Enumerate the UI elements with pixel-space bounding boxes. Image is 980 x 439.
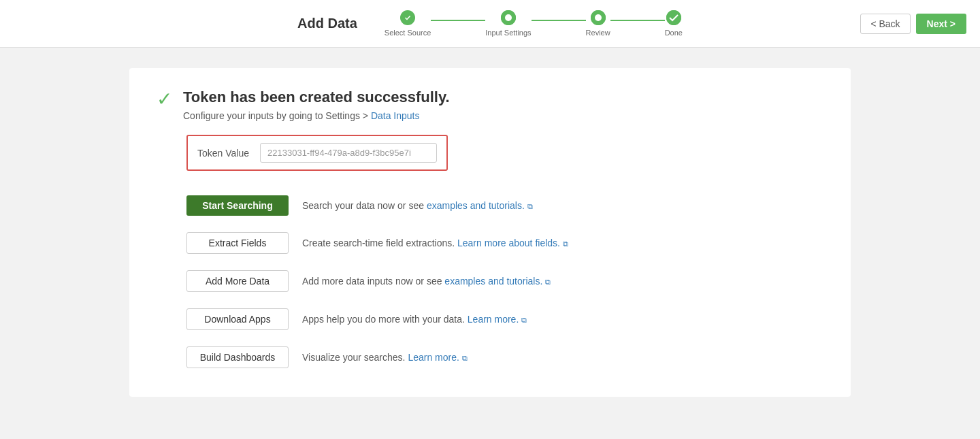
- add-data-external-icon: ⧉: [545, 278, 551, 286]
- svg-point-0: [404, 14, 412, 22]
- token-value-input[interactable]: [260, 143, 437, 163]
- back-button[interactable]: < Back: [860, 14, 910, 34]
- download-apps-desc: Apps help you do more with your data. Le…: [302, 314, 527, 325]
- step-circle-1: [400, 10, 415, 25]
- dashboards-external-icon: ⧉: [462, 354, 468, 362]
- search-external-icon: ⧉: [527, 202, 533, 210]
- step-review: Review: [586, 10, 610, 37]
- success-header: ✓ Token has been created successfully. C…: [157, 88, 823, 121]
- step-label-4: Done: [665, 29, 683, 37]
- download-apps-button[interactable]: Download Apps: [186, 308, 289, 330]
- step-circle-4: [666, 10, 681, 25]
- nav-buttons: < Back Next >: [860, 14, 966, 34]
- step-input-settings: Input Settings: [485, 10, 531, 37]
- action-row-search: Start Searching Search your data now or …: [186, 187, 823, 224]
- success-title: Token has been created successfully.: [183, 88, 450, 106]
- step-circle-2: [501, 10, 516, 25]
- step-label-1: Select Source: [385, 29, 431, 37]
- extract-desc: Create search-time field extractions. Le…: [302, 238, 568, 248]
- extract-external-icon: ⧉: [563, 240, 568, 248]
- step-done: Done: [665, 10, 683, 37]
- data-inputs-link[interactable]: Data Inputs: [371, 110, 420, 121]
- step-label-2: Input Settings: [485, 29, 531, 37]
- add-data-desc: Add more data inputs now or see examples…: [302, 276, 551, 287]
- add-more-data-button[interactable]: Add More Data: [186, 270, 289, 292]
- search-link[interactable]: examples and tutorials.: [427, 200, 525, 211]
- add-data-link[interactable]: examples and tutorials.: [444, 276, 542, 287]
- step-label-3: Review: [586, 29, 610, 37]
- actions-list: Start Searching Search your data now or …: [186, 187, 823, 376]
- build-dashboards-button[interactable]: Build Dashboards: [186, 346, 289, 368]
- extract-link[interactable]: Learn more about fields.: [457, 238, 560, 248]
- success-content: Token has been created successfully. Con…: [183, 88, 450, 121]
- step-select-source: Select Source: [385, 10, 431, 37]
- action-row-add-data: Add More Data Add more data inputs now o…: [186, 262, 823, 300]
- download-apps-link[interactable]: Learn more.: [468, 314, 519, 325]
- success-check-icon: ✓: [157, 90, 172, 109]
- extract-fields-button[interactable]: Extract Fields: [186, 232, 289, 254]
- connector-3: [610, 20, 665, 27]
- stepper: Select Source Input Settings Review: [385, 10, 683, 37]
- page-title: Add Data: [297, 16, 357, 31]
- search-desc: Search your data now or see examples and…: [302, 200, 533, 211]
- connector-2: [532, 20, 586, 27]
- step-circle-3: [591, 10, 606, 25]
- svg-point-2: [505, 14, 512, 21]
- header: Add Data Select Source Input Settings: [0, 0, 980, 48]
- action-row-extract: Extract Fields Create search-time field …: [186, 224, 823, 262]
- svg-point-5: [666, 10, 681, 25]
- action-row-download-apps: Download Apps Apps help you do more with…: [186, 300, 823, 338]
- action-row-dashboards: Build Dashboards Visualize your searches…: [186, 338, 823, 376]
- token-row: Token Value: [186, 135, 448, 171]
- dashboards-link[interactable]: Learn more.: [408, 352, 459, 363]
- next-button[interactable]: Next >: [916, 14, 966, 34]
- dashboards-desc: Visualize your searches. Learn more. ⧉: [302, 352, 468, 363]
- card: ✓ Token has been created successfully. C…: [129, 68, 851, 397]
- start-searching-button[interactable]: Start Searching: [186, 195, 289, 216]
- connector-1: [431, 20, 485, 27]
- configure-text: Configure your inputs by going to Settin…: [183, 110, 450, 121]
- main-content: ✓ Token has been created successfully. C…: [0, 48, 980, 417]
- svg-point-4: [595, 14, 602, 21]
- download-apps-external-icon: ⧉: [521, 316, 527, 324]
- token-label: Token Value: [197, 148, 249, 159]
